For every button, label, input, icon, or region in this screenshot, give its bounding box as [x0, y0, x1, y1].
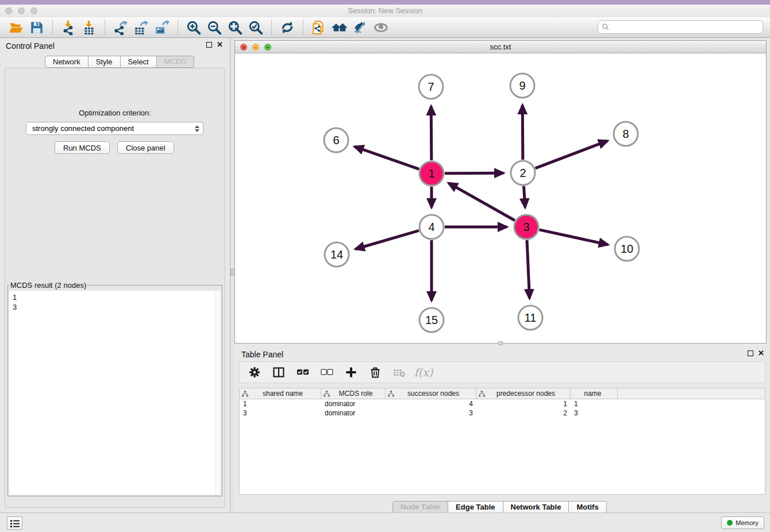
run-mcds-button[interactable]: Run MCDS [55, 141, 110, 154]
zoom-fit-button[interactable] [225, 19, 245, 36]
splitter-handle[interactable] [230, 269, 234, 276]
tab-mcds[interactable]: MCDS [157, 56, 194, 68]
memory-button[interactable]: Memory [721, 516, 764, 529]
duplicate-network-button[interactable] [309, 19, 329, 36]
export-table-button[interactable] [131, 19, 152, 36]
tab-style[interactable]: Style [88, 56, 121, 68]
zoom-in-button[interactable] [183, 19, 204, 36]
table-row[interactable]: 3dominator323 [240, 408, 765, 418]
column-label: name [573, 390, 617, 398]
control-panel-tabs: NetworkStyleSelectMCDS [45, 56, 194, 68]
clear-checks-button[interactable] [319, 364, 335, 380]
mcds-result-box[interactable]: 1 3 [9, 291, 221, 495]
svg-text:14: 14 [330, 248, 343, 261]
table-tabs: Node TableEdge TableNetwork TableMotifs [392, 501, 607, 513]
select-all-checks-icon [297, 366, 309, 379]
edge-1-7[interactable] [431, 106, 432, 160]
column-sort-icon[interactable] [324, 391, 330, 397]
mcds-result-title: MCDS result (2 nodes) [9, 281, 87, 290]
column-header-MCDS-role[interactable]: MCDS role [321, 388, 386, 399]
export-network-button[interactable] [110, 19, 131, 36]
gear-button[interactable] [247, 364, 263, 380]
export-image-icon [155, 20, 170, 35]
node-10[interactable]: 10 [615, 237, 639, 261]
table-panel-float-icon[interactable] [748, 350, 753, 356]
import-network-icon [61, 20, 76, 35]
tab-network-table[interactable]: Network Table [503, 501, 569, 513]
eye-button[interactable] [371, 19, 391, 36]
delete-button[interactable] [367, 364, 383, 380]
import-table-button[interactable] [79, 19, 99, 36]
edge-3-1[interactable] [449, 183, 515, 221]
save-button[interactable] [26, 19, 47, 36]
close-panel-button[interactable]: Close panel [117, 141, 174, 154]
control-panel-float-icon[interactable] [206, 42, 212, 48]
columns-button[interactable] [271, 364, 287, 380]
zoom-selected-button[interactable] [245, 19, 266, 36]
node-1-mcds[interactable]: 1 [419, 161, 444, 186]
add-button[interactable] [343, 364, 359, 380]
table-row[interactable]: 1dominator411 [240, 399, 765, 408]
column-header-predecessor-nodes[interactable]: predecessor nodes [476, 388, 571, 399]
select-all-checks-button[interactable] [295, 364, 311, 380]
result-scrollbar[interactable] [215, 291, 221, 495]
vertical-splitter[interactable] [230, 38, 234, 512]
import-network-button[interactable] [58, 19, 79, 36]
open-folder-button[interactable] [6, 19, 26, 36]
optimization-criterion-select[interactable]: strongly connected component [26, 122, 203, 135]
cell-shared-name: 1 [240, 399, 321, 408]
tab-edge-table[interactable]: Edge Table [448, 501, 503, 513]
node-14[interactable]: 14 [325, 242, 349, 267]
column-header-shared-name[interactable]: shared name [240, 388, 321, 399]
network-window-title: scc.txt [235, 43, 766, 51]
tab-node-table[interactable]: Node Table [392, 501, 448, 513]
node-4[interactable]: 4 [419, 215, 444, 239]
table-panel-close-icon[interactable]: ✕ [758, 350, 764, 356]
home-button[interactable] [329, 19, 350, 36]
edge-4-14[interactable] [356, 230, 419, 249]
task-history-button[interactable] [7, 516, 22, 530]
control-panel-close-icon[interactable]: ✕ [217, 42, 223, 48]
search-input[interactable] [610, 21, 763, 33]
graphics-details-button[interactable] [350, 19, 371, 36]
tab-network[interactable]: Network [45, 56, 88, 68]
network-window-resize-handle[interactable] [498, 341, 503, 345]
svg-text:7: 7 [428, 80, 434, 93]
network-window-titlebar[interactable]: ✕ − + scc.txt [235, 41, 766, 53]
column-header-name[interactable]: name [571, 388, 618, 399]
edge-2-8[interactable] [536, 141, 608, 168]
edge-3-10[interactable] [539, 230, 607, 245]
export-image-button[interactable] [152, 19, 172, 36]
column-sort-icon[interactable] [479, 391, 485, 397]
zoom-out-button[interactable] [204, 19, 225, 36]
toolbar-separator [271, 20, 272, 35]
node-2[interactable]: 2 [511, 161, 535, 185]
desktop-background [0, 0, 770, 5]
node-11[interactable]: 11 [518, 306, 542, 330]
node-7[interactable]: 7 [419, 75, 443, 99]
column-sort-icon[interactable] [242, 391, 248, 397]
column-sort-icon[interactable] [388, 391, 394, 397]
node-9[interactable]: 9 [510, 74, 534, 98]
tab-select[interactable]: Select [121, 56, 157, 68]
edge-1-2[interactable] [445, 173, 503, 174]
node-3-mcds[interactable]: 3 [514, 215, 538, 239]
zoom-out-icon [207, 20, 222, 35]
node-15[interactable]: 15 [419, 308, 444, 332]
edge-3-11[interactable] [527, 240, 529, 298]
cytoscape-window: Session: New Session Control Panel ✕ Net… [0, 5, 770, 532]
column-header-successor-nodes[interactable]: successor nodes [386, 388, 476, 399]
edge-1-6[interactable] [355, 147, 419, 169]
network-view-window: ✕ − + scc.txt 7968124314101511 [234, 40, 767, 344]
tab-motifs[interactable]: Motifs [569, 501, 606, 513]
node-8[interactable]: 8 [614, 122, 638, 146]
cell-MCDS-role: dominator [321, 399, 386, 408]
node-6[interactable]: 6 [324, 128, 348, 152]
network-graph-canvas[interactable]: 7968124314101511 [235, 53, 766, 343]
search-box[interactable] [598, 20, 763, 34]
edge-2-9[interactable] [522, 105, 523, 160]
export-table-icon [134, 20, 149, 35]
table-body: 1dominator4113dominator323 [240, 399, 765, 418]
refresh-button[interactable] [277, 19, 298, 36]
edge-2-3[interactable] [523, 186, 525, 207]
